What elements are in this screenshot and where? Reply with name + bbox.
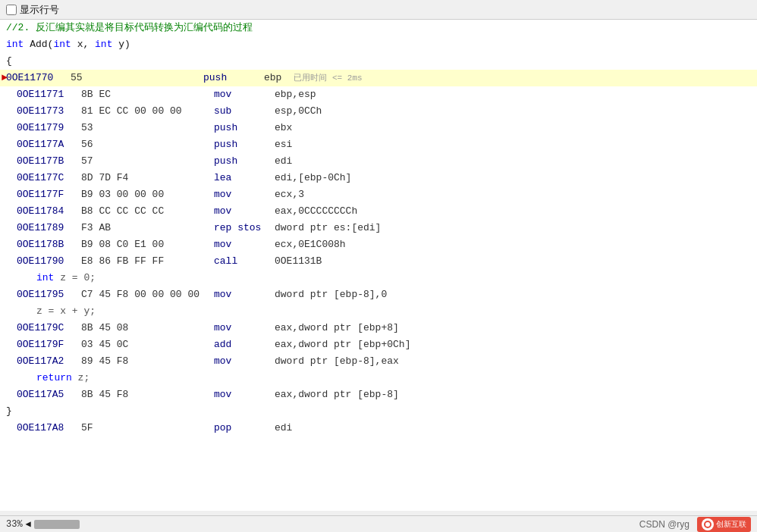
asm-bytes: 55 — [71, 70, 203, 86]
keyword: return — [36, 372, 72, 383]
logo-icon-inner — [704, 521, 711, 528]
code-line: 0OE1177953pushebx — [0, 120, 757, 136]
source-text: int Add(int x, int y) — [6, 37, 130, 52]
asm-mnemonic: mov — [214, 204, 275, 219]
asm-addr: 0OE11770 — [6, 70, 71, 86]
asm-addr: 0OE11771 — [17, 87, 81, 102]
asm-addr: 0OE1178B — [17, 237, 81, 252]
asm-operands: ebp — [264, 70, 281, 86]
source-text: } — [6, 404, 12, 419]
asm-bytes: 8D 7D F4 — [81, 171, 214, 186]
scroll-left-icon[interactable]: ◀ — [26, 518, 31, 530]
code-line: 0OE117A289 45 F8movdword ptr [ebp-8],eax — [0, 353, 757, 370]
asm-bytes: F3 AB — [81, 221, 214, 236]
asm-addr: 0OE117A2 — [17, 354, 81, 369]
asm-bytes: B8 CC CC CC CC — [81, 204, 214, 219]
asm-addr: 0OE11790 — [17, 254, 81, 269]
asm-mnemonic: push — [214, 154, 275, 169]
code-line: 0OE1179F03 45 0Caddeax,dword ptr [ebp+0C… — [0, 336, 757, 353]
scroll-area[interactable]: 33% ◀ — [6, 518, 80, 530]
asm-addr: 0OE1177A — [17, 137, 81, 152]
keyword: int — [53, 39, 71, 50]
asm-operands: 0OE1131B — [275, 254, 322, 269]
keyword: int — [95, 39, 112, 50]
asm-operands: ecx,0E1C008h — [275, 237, 346, 252]
asm-mnemonic: mov — [214, 237, 275, 252]
show-line-numbers-label: 显示行号 — [20, 3, 59, 17]
keyword: int — [36, 272, 54, 283]
asm-mnemonic: call — [214, 254, 275, 269]
asm-addr: 0OE117A5 — [17, 387, 81, 402]
asm-bytes: 8B EC — [81, 87, 214, 102]
asm-addr: 0OE11773 — [17, 104, 81, 119]
code-line: 0OE11789F3 ABrep stosdword ptr es:[edi] — [0, 220, 757, 236]
code-line: 0OE1177C8D 7D F4leaedi,[ebp-0Ch] — [0, 170, 757, 186]
code-line: 0OE117A58B 45 F8moveax,dword ptr [ebp-8] — [0, 386, 757, 403]
code-line: 0OE1177381 EC CC 00 00 00subesp,0CCh — [0, 103, 757, 120]
asm-mnemonic: mov — [214, 87, 275, 102]
code-line: //2. 反汇编其实就是将目标代码转换为汇编代码的过程 — [0, 20, 757, 36]
code-line: return z; — [0, 370, 757, 386]
source-indent-text: z = x + y; — [6, 304, 96, 319]
code-line: z = x + y; — [0, 303, 757, 320]
asm-addr: 0OE1179F — [17, 337, 81, 352]
asm-addr: 0OE11795 — [17, 287, 81, 302]
asm-operands: dword ptr [ebp-8],0 — [275, 287, 387, 302]
code-line: int Add(int x, int y) — [0, 36, 757, 53]
show-line-numbers-area[interactable]: 显示行号 — [6, 3, 59, 17]
show-line-numbers-checkbox[interactable] — [6, 5, 17, 15]
asm-addr: 0OE1179C — [17, 321, 81, 336]
asm-operands: edi — [275, 421, 292, 436]
code-area: //2. 反汇编其实就是将目标代码转换为汇编代码的过程int Add(int x… — [0, 20, 757, 511]
asm-operands: dword ptr [ebp-8],eax — [275, 354, 399, 369]
asm-operands: ebp,esp — [275, 87, 316, 102]
asm-addr: 0OE11784 — [17, 204, 81, 219]
asm-addr: 0OE1177F — [17, 187, 81, 202]
code-line: 0OE1177A56pushesi — [0, 136, 757, 153]
logo-icon — [702, 518, 714, 530]
asm-mnemonic: mov — [214, 321, 275, 336]
code-line: 0OE1177FB9 03 00 00 00movecx,3 — [0, 186, 757, 203]
asm-operands: esp,0CCh — [275, 104, 322, 119]
asm-mnemonic: rep stos — [214, 221, 275, 236]
scrollbar-thumb[interactable] — [34, 520, 80, 529]
asm-bytes: 8B 45 08 — [81, 321, 214, 336]
asm-operands: eax,0CCCCCCCCh — [275, 204, 357, 219]
asm-operands: esi — [275, 137, 292, 152]
asm-operands: edi — [275, 154, 292, 169]
asm-mnemonic: lea — [214, 171, 275, 186]
top-bar: 显示行号 — [0, 0, 757, 20]
zoom-level: 33% — [6, 519, 23, 530]
code-line: 0OE1177B57pushedi — [0, 153, 757, 170]
code-line: 0OE11790E8 86 FB FF FFcall0OE1131B — [0, 253, 757, 270]
bottom-bar: 33% ◀ CSDN @ryg 创新互联 — [0, 515, 757, 532]
code-line: 0OE117718B ECmovebp,esp — [0, 86, 757, 103]
comment-text: //2. 反汇编其实就是将目标代码转换为汇编代码的过程 — [6, 20, 253, 36]
asm-operands: ecx,3 — [275, 187, 304, 202]
asm-mnemonic: add — [214, 337, 275, 352]
arrow-indicator: ► — [2, 70, 8, 86]
code-line: int z = 0; — [0, 270, 757, 286]
asm-bytes: 57 — [81, 154, 214, 169]
asm-mnemonic: mov — [214, 354, 275, 369]
asm-operands: edi,[ebp-0Ch] — [275, 171, 351, 186]
source-text: { — [6, 54, 12, 69]
keyword: int — [6, 39, 24, 50]
asm-addr: 0OE11789 — [17, 221, 81, 236]
asm-bytes: 89 45 F8 — [81, 354, 214, 369]
asm-bytes: 03 45 0C — [81, 337, 214, 352]
asm-operands: eax,dword ptr [ebp-8] — [275, 387, 399, 402]
asm-addr: 0OE117A8 — [17, 421, 81, 436]
asm-bytes: C7 45 F8 00 00 00 00 — [81, 287, 214, 302]
asm-addr: 0OE1177C — [17, 171, 81, 186]
code-line: ►0OE1177055pushebp已用时间 <= 2ms — [0, 70, 757, 86]
brand-label: 创新互联 — [716, 519, 746, 530]
asm-mnemonic: mov — [214, 287, 275, 302]
asm-bytes: 5F — [81, 421, 214, 436]
watermark-csdn: CSDN @ryg — [639, 519, 689, 530]
asm-operands: eax,dword ptr [ebp+0Ch] — [275, 337, 410, 352]
asm-bytes: 81 EC CC 00 00 00 — [81, 104, 214, 119]
asm-bytes: 53 — [81, 120, 214, 136]
asm-bytes: E8 86 FB FF FF — [81, 254, 214, 269]
asm-bytes: 8B 45 F8 — [81, 387, 214, 402]
